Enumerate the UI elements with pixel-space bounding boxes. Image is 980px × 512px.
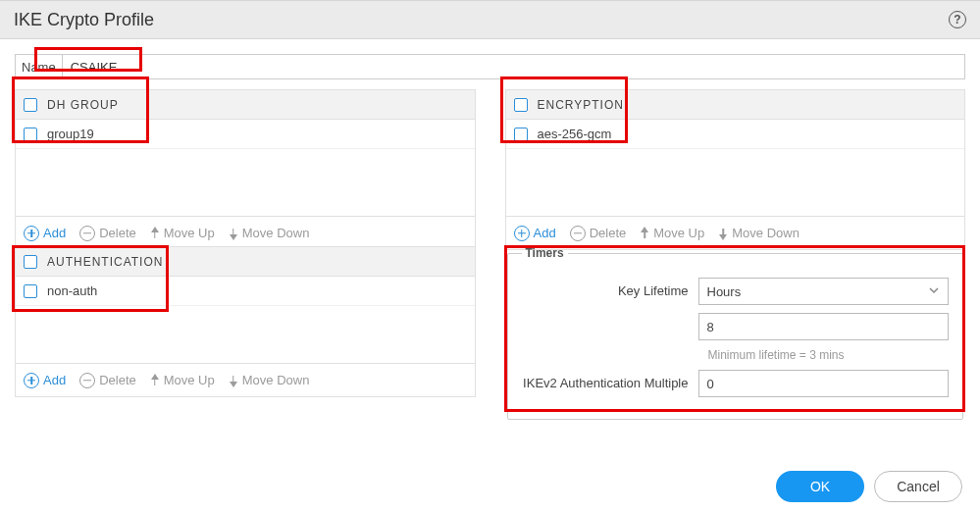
minus-icon bbox=[79, 373, 95, 388]
name-label: Name bbox=[16, 55, 63, 78]
plus-icon bbox=[24, 373, 39, 388]
authentication-wrapper: AUTHENTICATION non-auth Add Delete bbox=[15, 246, 476, 420]
dh-group-header-label: DH GROUP bbox=[47, 98, 119, 112]
title-bar: IKE Crypto Profile ? bbox=[0, 0, 980, 39]
authentication-panel: AUTHENTICATION non-auth bbox=[15, 246, 476, 364]
select-all-checkbox[interactable] bbox=[24, 255, 37, 269]
arrow-up-icon bbox=[641, 227, 648, 232]
ikev2-auth-multiple-label: IKEv2 Authentication Multiple bbox=[522, 376, 698, 391]
key-lifetime-value-input[interactable] bbox=[698, 313, 950, 340]
name-input[interactable] bbox=[63, 55, 131, 78]
help-icon[interactable]: ? bbox=[949, 11, 966, 28]
key-lifetime-label: Key Lifetime bbox=[522, 283, 698, 299]
arrow-down-icon bbox=[230, 234, 237, 240]
move-up-button[interactable]: Move Up bbox=[640, 226, 704, 240]
dh-group-wrapper: DH GROUP group19 Add Delete bbox=[15, 89, 476, 246]
key-lifetime-hint: Minimum lifetime = 3 mins bbox=[708, 348, 950, 362]
arrow-up-icon bbox=[151, 227, 159, 232]
plus-icon bbox=[24, 226, 39, 241]
move-down-button[interactable]: Move Down bbox=[229, 226, 310, 240]
row-checkbox[interactable] bbox=[514, 128, 528, 141]
dh-group-header[interactable]: DH GROUP bbox=[16, 90, 475, 120]
timers-fieldset: Timers Key Lifetime Hours bbox=[507, 246, 964, 420]
select-all-checkbox[interactable] bbox=[514, 98, 528, 112]
dh-group-panel: DH GROUP group19 bbox=[15, 89, 476, 217]
list-item[interactable]: group19 bbox=[16, 120, 475, 149]
encryption-panel: ENCRYPTION aes-256-gcm bbox=[505, 89, 966, 217]
encryption-row-0: aes-256-gcm bbox=[538, 127, 612, 141]
encryption-header[interactable]: ENCRYPTION bbox=[506, 90, 965, 120]
dialog-footer: OK Cancel bbox=[776, 471, 962, 502]
delete-button[interactable]: Delete bbox=[570, 226, 627, 241]
move-up-button[interactable]: Move Up bbox=[150, 373, 215, 387]
dialog-title: IKE Crypto Profile bbox=[14, 10, 154, 30]
chevron-down-icon bbox=[928, 284, 940, 299]
row-checkbox[interactable] bbox=[24, 284, 37, 298]
arrow-down-icon bbox=[719, 234, 727, 240]
encryption-wrapper: ENCRYPTION aes-256-gcm Add Delete bbox=[505, 89, 966, 246]
dialog-content: Name DH GROUP group19 bbox=[0, 39, 980, 420]
panel-grid: DH GROUP group19 Add Delete bbox=[15, 89, 965, 420]
authentication-toolbar: Add Delete Move Up Move Down bbox=[15, 364, 476, 397]
authentication-header[interactable]: AUTHENTICATION bbox=[16, 247, 475, 277]
key-lifetime-unit-select[interactable]: Hours bbox=[698, 278, 950, 305]
move-up-button[interactable]: Move Up bbox=[150, 226, 215, 240]
add-button[interactable]: Add bbox=[24, 226, 66, 241]
delete-button[interactable]: Delete bbox=[79, 373, 136, 388]
move-down-button[interactable]: Move Down bbox=[229, 373, 310, 387]
add-button[interactable]: Add bbox=[24, 373, 66, 388]
arrow-down-icon bbox=[230, 382, 237, 387]
ok-button[interactable]: OK bbox=[776, 471, 864, 502]
select-all-checkbox[interactable] bbox=[24, 98, 37, 112]
plus-icon bbox=[514, 226, 530, 241]
cancel-button[interactable]: Cancel bbox=[874, 471, 962, 502]
list-item[interactable]: non-auth bbox=[16, 277, 475, 306]
list-item[interactable]: aes-256-gcm bbox=[506, 120, 965, 149]
encryption-header-label: ENCRYPTION bbox=[538, 98, 624, 112]
authentication-header-label: AUTHENTICATION bbox=[47, 255, 163, 269]
add-button[interactable]: Add bbox=[514, 226, 556, 241]
timers-legend: Timers bbox=[522, 246, 568, 260]
minus-icon bbox=[570, 226, 586, 241]
name-row: Name bbox=[15, 54, 965, 79]
dh-group-row-0: group19 bbox=[47, 127, 94, 141]
authentication-row-0: non-auth bbox=[47, 283, 97, 298]
ikev2-auth-multiple-input[interactable] bbox=[698, 370, 950, 397]
encryption-toolbar: Add Delete Move Up Move Down bbox=[505, 217, 966, 250]
minus-icon bbox=[79, 226, 95, 241]
row-checkbox[interactable] bbox=[24, 128, 37, 141]
delete-button[interactable]: Delete bbox=[79, 226, 136, 241]
arrow-up-icon bbox=[151, 374, 159, 380]
dh-group-toolbar: Add Delete Move Up Move Down bbox=[15, 217, 476, 250]
key-lifetime-unit-value: Hours bbox=[707, 284, 742, 299]
move-down-button[interactable]: Move Down bbox=[718, 226, 799, 240]
